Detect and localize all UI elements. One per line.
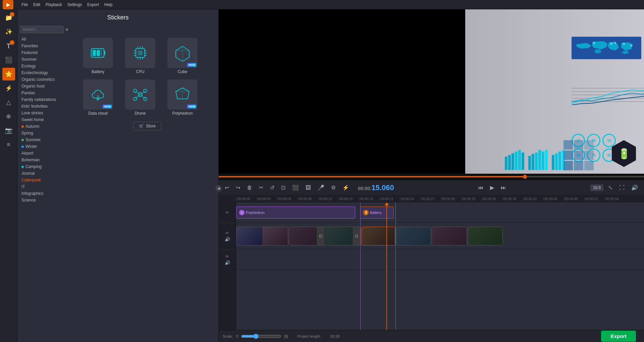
category-item-camping[interactable]: Camping	[17, 163, 76, 170]
tool-menu[interactable]: ≡	[2, 138, 15, 151]
search-clear[interactable]: ✕	[65, 27, 69, 32]
audio-button[interactable]: ⚡	[340, 183, 351, 192]
sticker-item-drone[interactable]: Drone	[122, 79, 159, 116]
tool-speed[interactable]: ⚡	[2, 82, 15, 95]
category-item-autumn[interactable]: Autumn	[17, 123, 76, 130]
video-clip-2[interactable]: ⊡ ⊡	[289, 227, 361, 245]
category-item-bohemian[interactable]: Bohemian	[17, 157, 76, 163]
sticker-grid: BatteryCPUNEWCubeNEWData cloudDroneNEWPo…	[79, 38, 215, 119]
tool-snapshot[interactable]: 📷	[2, 124, 15, 137]
sticker-label: Polyhedron	[172, 111, 193, 116]
tool-add[interactable]: ⊕	[2, 110, 15, 123]
play-button[interactable]: ▶	[488, 183, 496, 192]
category-item-ecotechnology[interactable]: Ecotechnology	[17, 69, 76, 76]
category-item-infographics[interactable]: Infographics	[17, 190, 76, 197]
category-item-love-stories[interactable]: Love stories	[17, 110, 76, 116]
settings-button[interactable]: ⚙	[329, 183, 338, 192]
video-clip-1[interactable]	[236, 227, 288, 245]
video-track-vol[interactable]: 🔊	[225, 237, 230, 242]
category-item-kids'-festivities[interactable]: Kids' festivities	[17, 103, 76, 110]
menu-export[interactable]: Export	[87, 2, 99, 7]
ruler-mark: 00:00:21	[379, 197, 400, 201]
volume-button[interactable]: 🔊	[629, 183, 640, 192]
export-button[interactable]: Export	[601, 331, 636, 342]
tool-overlay[interactable]: △	[2, 96, 15, 109]
category-item-summer[interactable]: Summer	[17, 56, 76, 63]
video-clip-4[interactable]	[396, 227, 431, 245]
svg-rect-75	[574, 161, 583, 170]
skip-back-button[interactable]: ⏮	[476, 183, 485, 192]
progress-bar-area[interactable]	[219, 174, 644, 180]
menu-file[interactable]: File	[21, 2, 28, 7]
category-item-summer[interactable]: Summer	[17, 136, 76, 143]
sticker-label: Drone	[135, 111, 146, 116]
expand-button[interactable]: ⤡	[606, 183, 614, 192]
category-item-family-celebrations[interactable]: Family celebrations	[17, 96, 76, 103]
redo-button[interactable]: ↪	[234, 183, 242, 192]
mic-button[interactable]: 🎤	[316, 183, 326, 192]
menu-playback[interactable]: Playback	[46, 2, 62, 7]
scale-slider[interactable]	[241, 334, 281, 339]
category-item-pandas[interactable]: Pandas	[17, 90, 76, 96]
audio-track-eye[interactable]: 👁	[225, 254, 229, 259]
crop-button[interactable]: ⊡	[279, 183, 287, 192]
aspect-ratio-badge[interactable]: 16:9	[590, 184, 603, 191]
collapse-panel-arrow[interactable]: ◀	[216, 185, 222, 191]
menu-settings[interactable]: Settings	[67, 2, 82, 7]
category-item-featured[interactable]: Featured	[17, 49, 76, 56]
video-clip-6[interactable]	[468, 227, 503, 245]
video-track-eye[interactable]: 👁	[225, 231, 229, 236]
sticker-track-eye[interactable]: 👁	[225, 210, 229, 215]
video-clip-3[interactable]	[362, 227, 395, 245]
skip-fwd-button[interactable]: ⏭	[499, 183, 508, 192]
category-item-cyberpunk[interactable]: Cyberpunk	[17, 177, 76, 183]
ruler-mark: 00:00:48	[564, 197, 584, 201]
search-input[interactable]	[20, 26, 64, 33]
category-item-sweet-home[interactable]: Sweet home	[17, 116, 76, 123]
tool-transitions[interactable]: ⬛	[2, 54, 15, 66]
category-item-organic-food[interactable]: Organic food	[17, 83, 76, 90]
category-item-ecology[interactable]: Ecology	[17, 63, 76, 69]
progress-bar-bg[interactable]	[219, 176, 644, 177]
category-item-spring[interactable]: Spring	[17, 130, 76, 136]
tool-import[interactable]: 📁 !	[2, 11, 15, 24]
sticker-item-cpu[interactable]: CPU	[122, 38, 159, 74]
delete-button[interactable]: 🗑	[245, 183, 254, 192]
sticker-track-ctrl: 👁	[219, 203, 236, 223]
video-clip-5[interactable]	[432, 227, 467, 245]
category-item-science[interactable]: Science	[17, 197, 76, 204]
cut-button[interactable]: ✂	[257, 183, 265, 192]
photo-button[interactable]: 🖼	[304, 183, 313, 192]
menu-edit[interactable]: Edit	[33, 2, 40, 7]
svg-rect-61	[552, 155, 554, 170]
sticker-item-polyhedron[interactable]: NEWPolyhedron	[164, 79, 201, 116]
audio-track-vol[interactable]: 🔊	[225, 260, 230, 265]
undo-button[interactable]: ↩	[223, 183, 231, 192]
sticker-item-cube[interactable]: NEWCube	[164, 38, 201, 74]
menu-help[interactable]: Help	[104, 2, 113, 7]
svg-point-40	[623, 43, 625, 45]
polyhedron-clip[interactable]: ◇ Polyhedron	[236, 207, 355, 219]
category-item-favorites[interactable]: Favorites	[17, 43, 76, 49]
main-layout: 📁 ! ✨ T ! ⬛ ⭐ ! ⚡ △ ⊕ 📷 ≡	[0, 9, 644, 342]
category-item-airport[interactable]: Airport	[17, 150, 76, 157]
sticker-item-battery[interactable]: Battery	[79, 38, 116, 74]
fullscreen-button[interactable]: ⛶	[617, 183, 627, 192]
color-button[interactable]: ⬛	[290, 183, 301, 192]
tool-titles[interactable]: T !	[2, 40, 15, 52]
tool-stickers[interactable]: ⭐ !	[2, 68, 15, 80]
progress-thumb[interactable]	[523, 175, 527, 179]
category-item-organic-cosmetics[interactable]: Organic cosmetics	[17, 76, 76, 83]
tool-effects[interactable]: ✨	[2, 25, 15, 38]
category-item-journal[interactable]: Journal	[17, 170, 76, 177]
playhead[interactable]	[386, 203, 387, 330]
vc5-thumb	[432, 227, 467, 245]
battery-clip[interactable]: 🔋 Battery	[360, 207, 394, 219]
category-item-it[interactable]: IT	[17, 183, 76, 190]
sticker-item-data-cloud[interactable]: NEWData cloud	[79, 79, 116, 116]
category-item-winter[interactable]: Winter	[17, 143, 76, 150]
category-item-all[interactable]: All	[17, 36, 76, 43]
rotate-button[interactable]: ↺	[268, 183, 276, 192]
store-button[interactable]: 🛒 Store	[133, 122, 161, 130]
timeline: 00:00:0000:00:0300:00:0600:00:0900:00:12…	[219, 195, 644, 342]
